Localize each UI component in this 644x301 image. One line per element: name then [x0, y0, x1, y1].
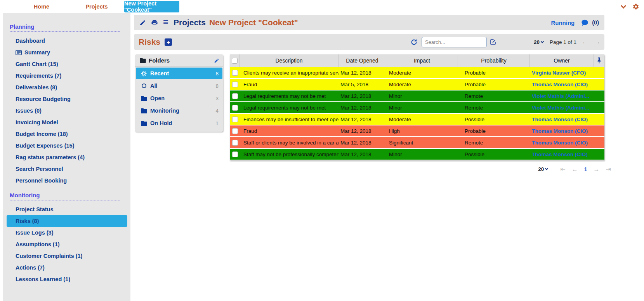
project-header-bar: ≡ Projects New Project "Cookeat" Running… — [134, 15, 604, 30]
table-row[interactable]: Finances may be insufficient to meet ope… — [230, 114, 604, 125]
sidebar-item[interactable]: Budget Expenses (15) — [7, 140, 127, 151]
sidebar-item[interactable]: Project Status — [7, 204, 127, 215]
folder-count: 3 — [215, 96, 219, 101]
advanced-search-icon[interactable] — [490, 38, 496, 45]
owner-link[interactable]: Thomas Monson (CIO) — [532, 128, 588, 134]
row-checkbox[interactable] — [232, 117, 238, 122]
sidebar-item[interactable]: Issue Logs (3) — [7, 227, 127, 238]
page-size-select[interactable]: 20 — [534, 39, 543, 45]
row-checkbox[interactable] — [232, 128, 238, 134]
prev-page-icon[interactable]: ← — [572, 166, 578, 173]
refresh-icon[interactable] — [410, 38, 418, 46]
column-header-description[interactable]: Description — [240, 54, 338, 67]
sidebar-item[interactable]: Rag status parameters (4) — [7, 151, 127, 163]
risk-description: Fraud — [240, 125, 338, 136]
menu-icon[interactable]: ≡ — [163, 18, 168, 26]
row-checkbox[interactable] — [232, 140, 238, 146]
sidebar-item[interactable]: Search Personnel — [7, 163, 127, 175]
comment-icon[interactable] — [581, 19, 588, 26]
print-icon[interactable] — [151, 19, 158, 26]
table-row[interactable]: Staff or clients may be involved in a ca… — [230, 137, 604, 149]
top-tab[interactable]: New Project "Cookeat" — [124, 1, 179, 12]
table-header: Description Date Opened Impact Probabili… — [230, 54, 604, 67]
row-checkbox[interactable] — [232, 151, 238, 157]
owner-link[interactable]: Violet Mathis (Admini... — [532, 105, 589, 111]
sidebar-section-planning[interactable]: Planning — [3, 21, 130, 31]
sidebar-item-label: Personnel Booking — [16, 177, 67, 184]
sidebar-item[interactable]: Personnel Booking — [7, 175, 127, 186]
sidebar-item[interactable]: Budget Income (18) — [7, 128, 127, 140]
row-checkbox[interactable] — [232, 82, 238, 87]
sidebar-item[interactable]: Lessons Learned (1) — [7, 273, 127, 285]
owner-link[interactable]: Thomas Monson (CIO) — [532, 82, 588, 87]
top-tab[interactable]: Home — [14, 1, 69, 12]
owner-link[interactable]: Thomas Monson (CIO) — [532, 117, 588, 122]
folder-item[interactable]: On Hold 1 — [136, 117, 222, 129]
table-row[interactable]: Legal requirements may not be met Mar 12… — [230, 102, 604, 114]
divider — [10, 31, 120, 32]
first-page-icon[interactable]: ⇤ — [560, 165, 565, 173]
folder-count: 1 — [215, 120, 219, 126]
risk-impact: High — [386, 125, 458, 136]
column-header-probability[interactable]: Probability — [458, 54, 530, 67]
risk-probability: Remote — [458, 137, 530, 148]
folder-label: On Hold — [150, 120, 215, 126]
sidebar-item[interactable]: Issues (0) — [7, 105, 127, 117]
next-page-icon[interactable]: → — [594, 38, 601, 46]
folder-icon — [140, 58, 146, 63]
select-all-checkbox[interactable] — [232, 58, 238, 64]
sidebar-item[interactable]: Customer Complaints (1) — [7, 250, 127, 262]
sidebar-item-label: Budget Expenses (15) — [16, 143, 75, 149]
pin-icon[interactable] — [597, 57, 602, 64]
table-row[interactable]: Fraud Mar 5, 2018 Moderate Probable Thom… — [230, 79, 604, 90]
current-page[interactable]: 1 — [584, 166, 587, 172]
edit-folders-icon[interactable] — [214, 58, 219, 63]
breadcrumb-projects[interactable]: Projects — [174, 18, 206, 27]
next-page-icon[interactable]: → — [594, 166, 600, 173]
owner-link[interactable]: Violet Mathis (Admini... — [532, 93, 589, 99]
sidebar-item[interactable]: Assumptions (1) — [7, 238, 127, 250]
sidebar-item[interactable]: Gantt Chart (15) — [7, 58, 127, 70]
status-link[interactable]: Running — [551, 19, 575, 26]
sidebar-item[interactable]: Summary — [7, 47, 127, 58]
sidebar-item[interactable]: Risks (8) — [7, 215, 127, 227]
table-row[interactable]: Legal requirements may not be met Mar 12… — [230, 90, 604, 102]
sidebar-item-label: Budget Income (18) — [16, 131, 68, 137]
owner-link[interactable]: Thomas Monson (CIO) — [532, 140, 588, 146]
edit-icon[interactable] — [139, 19, 146, 26]
gear-icon[interactable] — [632, 3, 639, 10]
sidebar-item[interactable]: Actions (7) — [7, 262, 127, 273]
last-page-icon[interactable]: ⇥ — [606, 165, 611, 173]
search-input[interactable] — [422, 37, 487, 47]
folder-item[interactable]: All 8 — [136, 80, 222, 92]
table-row[interactable]: Staff may not be professionally competen… — [230, 149, 604, 160]
sidebar-item[interactable]: Invoicing Model — [7, 117, 127, 128]
prev-page-icon[interactable]: ← — [582, 38, 588, 46]
page-title: New Project "Cookeat" — [209, 18, 298, 27]
sidebar-item[interactable]: Dashboard — [7, 35, 127, 47]
folder-item[interactable]: Monitoring 4 — [136, 105, 222, 117]
column-header-impact[interactable]: Impact — [386, 54, 458, 67]
folder-item[interactable]: Recent 8 — [136, 68, 222, 79]
owner-link[interactable]: Virginia Nasser (CFO) — [532, 70, 586, 76]
row-checkbox[interactable] — [232, 70, 238, 76]
top-tab[interactable]: Projects — [69, 1, 124, 12]
sidebar-item[interactable]: Resource Budgeting — [7, 93, 127, 105]
owner-link[interactable]: Thomas Monson (CIO) — [532, 151, 588, 157]
column-header-date-opened[interactable]: Date Opened — [338, 54, 386, 67]
column-header-owner[interactable]: Owner — [530, 54, 594, 67]
add-risk-button[interactable]: + — [165, 38, 172, 46]
row-checkbox[interactable] — [232, 105, 238, 111]
table-row[interactable]: Fraud Mar 12, 2018 High Probable Thomas … — [230, 125, 604, 137]
sidebar-item[interactable]: Requirements (7) — [7, 70, 127, 82]
sidebar-item-label: Actions (7) — [16, 264, 45, 271]
spinner-icon — [141, 71, 147, 77]
risk-date-opened: Mar 12, 2018 — [338, 125, 386, 136]
folder-item[interactable]: Open 3 — [136, 92, 222, 104]
table-row[interactable]: Clients may receive an inappropriate ser… — [230, 67, 604, 79]
chevron-down-icon[interactable] — [621, 3, 626, 8]
row-checkbox[interactable] — [232, 93, 238, 99]
sidebar-item[interactable]: Deliverables (8) — [7, 82, 127, 93]
sidebar-section-monitoring[interactable]: Monitoring — [3, 190, 130, 200]
page-size-select[interactable]: 20 — [538, 166, 548, 172]
